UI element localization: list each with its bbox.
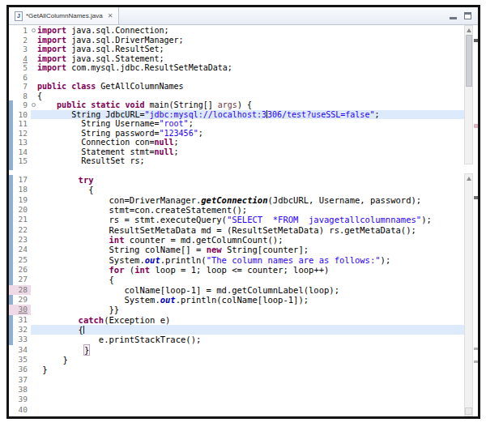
code-line[interactable]: 14 Statement stmt=null; [9,147,464,157]
fold-marker-icon[interactable] [31,26,37,36]
code-line[interactable]: 5import com.mysql.jdbc.ResultSetMetaData… [9,63,464,73]
code-line[interactable]: 10 String JdbcURL="jdbc:mysql://localhos… [9,110,464,120]
code-line[interactable]: 22 ResultSetMetaData md = (ResultSetMeta… [9,225,464,235]
scrollbar-thumb[interactable] [466,35,472,87]
code-line[interactable]: 3import java.sql.ResultSet; [9,45,464,54]
scrollbar-track-bottom[interactable] [464,173,473,416]
annotation-mark[interactable] [474,348,478,350]
code-line[interactable]: 18 { [9,185,464,194]
line-number[interactable]: 7 [9,82,31,92]
code-line[interactable]: 26 for (int loop = 1; loop <= counter; l… [9,265,464,275]
line-number[interactable]: 29 [9,295,31,305]
line-number[interactable]: 36 [9,365,31,374]
code-line[interactable]: 32 { [9,325,464,335]
line-number[interactable]: 34 [9,345,31,355]
code-line[interactable]: 30 }} [9,305,464,314]
line-number[interactable]: 1 [9,26,31,36]
line-number[interactable]: 26 [9,265,31,275]
code-line[interactable]: 35 } [9,355,464,365]
line-number[interactable]: 24 [9,245,31,254]
code-line[interactable]: 13 Connection con=null; [9,138,464,147]
code-line[interactable]: 28 colName[loop-1] = md.getColumnLabel(l… [9,285,464,295]
scroll-up-arrow-icon[interactable] [467,28,471,32]
scrollbar-track-top[interactable] [464,25,473,164]
code-editor[interactable]: 1import java.sql.Connection;2import java… [9,25,478,416]
overview-ruler[interactable] [474,25,478,416]
line-number[interactable]: 9 [9,100,31,110]
line-number[interactable]: 31 [9,315,31,325]
line-number[interactable]: 18 [9,185,31,194]
line-number[interactable]: 32 [9,325,31,335]
line-number[interactable]: 8 [9,92,31,101]
fold-marker-icon[interactable] [31,100,37,110]
line-number[interactable]: 4 [9,54,31,64]
line-number[interactable]: 30 [9,305,31,314]
line-number[interactable]: 10 [9,110,31,120]
code-line[interactable]: 11 String Username="root"; [9,119,464,129]
line-number[interactable]: 28 [9,285,31,295]
line-number[interactable]: 3 [9,45,31,54]
code-line[interactable] [9,166,464,176]
line-number[interactable]: 21 [9,215,31,224]
line-number[interactable]: 25 [9,255,31,265]
code-line[interactable]: 39 [9,395,464,404]
code-line[interactable]: 25 System.out.println("The column names … [9,255,464,265]
code-line[interactable]: 24 String colName[] = new String[counter… [9,245,464,254]
line-number[interactable]: 12 [9,129,31,139]
line-number[interactable]: 27 [9,275,31,284]
fold-column [31,235,37,245]
line-number[interactable]: 35 [9,355,31,365]
line-number[interactable]: 23 [9,235,31,245]
code-line[interactable]: 4import java.sql.Statement; [9,54,464,64]
code-line[interactable]: 12 String password="123456"; [9,129,464,139]
line-number[interactable] [9,166,31,176]
code-line[interactable]: 27 { [9,275,464,284]
line-number[interactable]: 33 [9,335,31,344]
line-number[interactable]: 22 [9,225,31,235]
line-number[interactable]: 39 [9,395,31,404]
code-line[interactable]: 34 } [9,345,464,355]
code-line[interactable]: 8{ [9,92,464,101]
annotation-mark[interactable] [474,39,478,42]
code-line[interactable]: 23 int counter = md.getColumnCount(); [9,235,464,245]
code-line[interactable]: 21 rs = stmt.executeQuery("SELECT *FROM … [9,215,464,224]
line-number[interactable]: 40 [9,405,31,415]
code-line[interactable]: 33 e.printStackTrace(); [9,335,464,344]
code-line[interactable]: 17 try [9,175,464,185]
line-number[interactable]: 15 [9,156,31,166]
code-line[interactable]: 29 System.out.println(colName[loop-1]); [9,295,464,305]
tab-getallcolumnnames[interactable]: J *GetAllColumnNames.java ✕ [9,7,119,24]
code-line[interactable]: 19 con=DriverManager.getConnection(JdbcU… [9,195,464,205]
tab-close-icon[interactable]: ✕ [108,12,113,19]
scroll-up-arrow-icon[interactable] [467,177,471,181]
code-line[interactable]: 15 ResultSet rs; [9,156,464,166]
code-line[interactable]: 9 public static void main(String[] args)… [9,100,464,110]
line-number[interactable]: 17 [9,175,31,185]
code-line[interactable]: 37 [9,375,464,385]
maximize-icon[interactable] [464,12,471,19]
annotation-mark[interactable] [474,196,478,199]
code-line[interactable]: 7public class GetAllColumnNames [9,82,464,92]
code-line[interactable]: 20 stmt=con.createStatement(); [9,205,464,215]
scrollbar-end-box[interactable] [465,407,472,415]
line-number[interactable]: 19 [9,195,31,205]
code-line[interactable]: 2import java.sql.DriverManager; [9,36,464,45]
line-number[interactable]: 13 [9,138,31,147]
line-number[interactable]: 11 [9,119,31,129]
code-line[interactable]: 36 } [9,365,464,374]
minimize-icon[interactable] [450,17,457,19]
annotation-mark[interactable] [474,124,478,128]
line-number[interactable]: 14 [9,147,31,157]
line-number[interactable]: 20 [9,205,31,215]
code-line[interactable]: 40 [9,405,464,415]
line-number[interactable]: 37 [9,375,31,385]
line-number[interactable]: 38 [9,385,31,395]
annotation-mark[interactable] [474,361,478,363]
code-line[interactable]: 6 [9,73,464,83]
code-line[interactable]: 1import java.sql.Connection; [9,26,464,36]
line-number[interactable]: 2 [9,36,31,45]
code-line[interactable]: 31 catch(Exception e) [9,315,464,325]
code-line[interactable]: 38 [9,385,464,395]
line-number[interactable]: 5 [9,63,31,73]
line-number[interactable]: 6 [9,73,31,83]
